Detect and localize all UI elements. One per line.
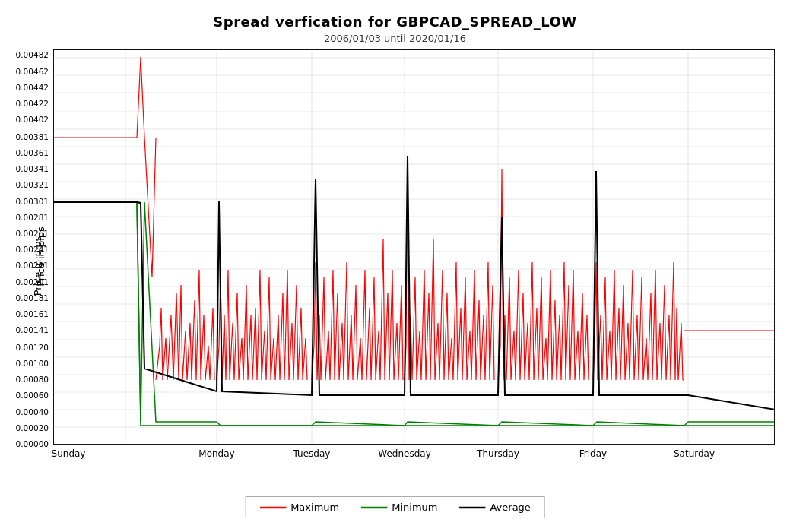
xaxis-wednesday: Wednesday xyxy=(378,448,430,459)
chart-container: Spread verfication for GBPCAD_SPREAD_LOW… xyxy=(0,0,790,532)
y-axis-label: Price in pips xyxy=(35,226,46,287)
xaxis-sunday: Sunday xyxy=(52,448,86,459)
xaxis-tuesday: Tuesday xyxy=(293,448,331,459)
xaxis-saturday: Saturday xyxy=(674,448,715,459)
legend-maximum-label: Maximum xyxy=(290,502,339,513)
main-chart-svg xyxy=(53,49,775,471)
chart-subtitle: 2006/01/03 until 2020/01/16 xyxy=(0,33,790,44)
legend-average-label: Average xyxy=(490,502,530,513)
legend-maximum: Maximum xyxy=(259,502,339,513)
legend: Maximum Minimum Average xyxy=(245,496,545,518)
chart-title: Spread verfication for GBPCAD_SPREAD_LOW xyxy=(0,0,790,30)
xaxis-monday: Monday xyxy=(198,448,234,459)
svg-rect-0 xyxy=(53,49,775,445)
xaxis-friday: Friday xyxy=(579,448,607,459)
legend-average: Average xyxy=(458,502,530,513)
legend-minimum-label: Minimum xyxy=(392,502,437,513)
xaxis-thursday: Thursday xyxy=(477,448,519,459)
legend-minimum: Minimum xyxy=(360,502,437,513)
